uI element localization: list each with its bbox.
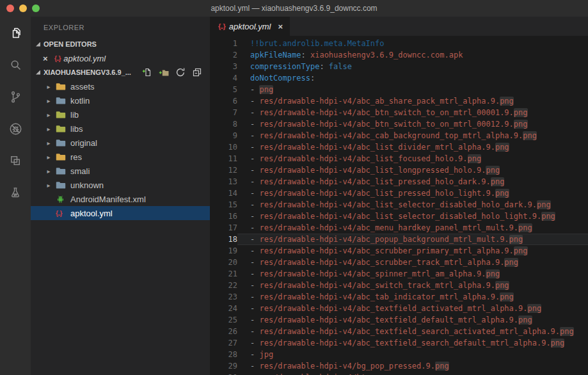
open-editors-header[interactable]: OPEN EDITORS: [31, 37, 210, 51]
activity-item-search[interactable]: [0, 49, 31, 81]
code-line-content[interactable]: - res/drawable-hdpi-v4/abc_switch_track_…: [237, 280, 588, 291]
code-line[interactable]: 24- res/drawable-hdpi-v4/abc_textfield_a…: [210, 303, 588, 314]
line-number: 24: [210, 303, 237, 314]
tree-item-res[interactable]: ▸res: [31, 150, 210, 164]
code-line[interactable]: 15- res/drawable-hdpi-v4/abc_list_select…: [210, 199, 588, 211]
tree-item-lib[interactable]: ▸lib: [31, 108, 210, 122]
code-line[interactable]: 11- res/drawable-hdpi-v4/abc_list_focuse…: [210, 153, 588, 164]
tree-item-original[interactable]: ▸original: [31, 136, 210, 150]
line-number: 26: [210, 326, 237, 337]
code-line-content[interactable]: - res/drawable-hdpi-v4/abc_spinner_mtrl_…: [237, 268, 588, 280]
line-number: 23: [210, 291, 237, 303]
tree-item-kotlin[interactable]: ▸kotlin: [31, 93, 210, 108]
code-line-content[interactable]: - res/drawable-hdpi-v4/abc_tab_indicator…: [237, 291, 588, 303]
activity-item-test[interactable]: [0, 177, 31, 209]
code-line-content[interactable]: doNotCompress:: [237, 72, 588, 84]
open-editor-item-apktool-yml[interactable]: × {..} apktool.yml: [31, 51, 210, 65]
code-line[interactable]: 29- res/drawable-hdpi-v4/bg_pop_pressed.…: [210, 360, 588, 372]
project-section-header[interactable]: XIAOHUASHENGV3.6.9_...: [31, 65, 210, 79]
activity-item-source-control[interactable]: [0, 81, 31, 113]
code-line-content[interactable]: - res/drawable-hdpi-v4/btn_...: [237, 372, 588, 375]
code-line[interactable]: 2apkFileName: xiaohuashengv3.6.9_downcc.…: [210, 49, 588, 61]
code-line-content[interactable]: - res/drawable-hdpi-v4/abc_list_focused_…: [237, 153, 588, 164]
line-number: 20: [210, 257, 237, 268]
minimize-window-button[interactable]: [19, 4, 27, 12]
code-line-content[interactable]: - res/drawable-hdpi-v4/abc_list_pressed_…: [237, 176, 588, 188]
new-folder-button[interactable]: [159, 67, 169, 77]
code-line-content[interactable]: - jpg: [237, 349, 588, 360]
code-line[interactable]: 20- res/drawable-hdpi-v4/abc_scrubber_tr…: [210, 257, 588, 268]
code-line-content[interactable]: - res/drawable-hdpi-v4/abc_popup_backgro…: [237, 234, 588, 245]
code-line-content[interactable]: - res/drawable-hdpi-v4/abc_textfield_act…: [237, 303, 588, 314]
code-line[interactable]: 17- res/drawable-hdpi-v4/abc_menu_hardke…: [210, 222, 588, 234]
code-line-content[interactable]: - res/drawable-hdpi-v4/abc_textfield_sea…: [237, 337, 588, 349]
close-window-button[interactable]: [6, 4, 14, 12]
code-line[interactable]: 19- res/drawable-hdpi-v4/abc_scrubber_pr…: [210, 245, 588, 257]
tree-item-androidmanifest-xml[interactable]: AndroidManifest.xml: [31, 192, 210, 206]
code-line-content[interactable]: - res/drawable-hdpi-v4/abc_btn_switch_to…: [237, 118, 588, 130]
code-line[interactable]: 18- res/drawable-hdpi-v4/abc_popup_backg…: [210, 234, 588, 245]
new-file-button[interactable]: [142, 67, 152, 77]
code-line-content[interactable]: - res/drawable-hdpi-v4/bg_pop_pressed.9.…: [237, 360, 588, 372]
tree-item-smali[interactable]: ▸smali: [31, 164, 210, 178]
code-line-content[interactable]: - res/drawable-hdpi-v4/abc_menu_hardkey_…: [237, 222, 588, 234]
code-line[interactable]: 12- res/drawable-hdpi-v4/abc_list_longpr…: [210, 164, 588, 176]
tab-apktool-yml[interactable]: {..} apktool.yml ×: [210, 17, 290, 36]
code-line-content[interactable]: - res/drawable-hdpi-v4/abc_list_pressed_…: [237, 188, 588, 199]
line-number: 30: [210, 372, 237, 375]
code-line-content[interactable]: - res/drawable-hdpi-v4/abc_cab_backgroun…: [237, 130, 588, 141]
code-line[interactable]: 22- res/drawable-hdpi-v4/abc_switch_trac…: [210, 280, 588, 291]
code-line[interactable]: 23- res/drawable-hdpi-v4/abc_tab_indicat…: [210, 291, 588, 303]
code-line[interactable]: 9- res/drawable-hdpi-v4/abc_cab_backgrou…: [210, 130, 588, 141]
code-line[interactable]: 1!!brut.androlib.meta.MetaInfo: [210, 38, 588, 49]
code-line[interactable]: 7- res/drawable-hdpi-v4/abc_btn_switch_t…: [210, 107, 588, 118]
zoom-window-button[interactable]: [32, 4, 40, 12]
refresh-button[interactable]: [175, 67, 186, 77]
code-line[interactable]: 26- res/drawable-hdpi-v4/abc_textfield_s…: [210, 326, 588, 337]
tree-item-apktool-yml[interactable]: {..}apktool.yml: [31, 206, 210, 220]
code-line-content[interactable]: - res/drawable-hdpi-v4/abc_ab_share_pack…: [237, 95, 588, 107]
code-line[interactable]: 6- res/drawable-hdpi-v4/abc_ab_share_pac…: [210, 95, 588, 107]
code-line-content[interactable]: - res/drawable-hdpi-v4/abc_scrubber_prim…: [237, 245, 588, 257]
code-line[interactable]: 13- res/drawable-hdpi-v4/abc_list_presse…: [210, 176, 588, 188]
chevron-right-icon: ▸: [45, 111, 52, 118]
tree-item-libs[interactable]: ▸libs: [31, 122, 210, 136]
open-editor-label: apktool.yml: [63, 54, 106, 63]
activity-item-debug[interactable]: [0, 113, 31, 145]
code-line-content[interactable]: - res/drawable-hdpi-v4/abc_textfield_sea…: [237, 326, 588, 337]
code-line[interactable]: 16- res/drawable-hdpi-v4/abc_list_select…: [210, 211, 588, 222]
code-line-content[interactable]: - res/drawable-hdpi-v4/abc_scrubber_trac…: [237, 257, 588, 268]
code-line[interactable]: 25- res/drawable-hdpi-v4/abc_textfield_d…: [210, 314, 588, 326]
code-line-content[interactable]: - res/drawable-hdpi-v4/abc_list_divider_…: [237, 141, 588, 153]
code-line[interactable]: 27- res/drawable-hdpi-v4/abc_textfield_s…: [210, 337, 588, 349]
code-line[interactable]: 3compressionType: false: [210, 61, 588, 72]
code-line[interactable]: 5- png: [210, 84, 588, 95]
close-icon[interactable]: ×: [43, 54, 51, 63]
code-line[interactable]: 30- res/drawable-hdpi-v4/btn_...: [210, 372, 588, 375]
code-line[interactable]: 8- res/drawable-hdpi-v4/abc_btn_switch_t…: [210, 118, 588, 130]
code-line[interactable]: 10- res/drawable-hdpi-v4/abc_list_divide…: [210, 141, 588, 153]
code-line[interactable]: 4doNotCompress:: [210, 72, 588, 84]
code-line-content[interactable]: - res/drawable-hdpi-v4/abc_btn_switch_to…: [237, 107, 588, 118]
line-number: 7: [210, 107, 237, 118]
code-line[interactable]: 21- res/drawable-hdpi-v4/abc_spinner_mtr…: [210, 268, 588, 280]
tree-item-assets[interactable]: ▸assets: [31, 79, 210, 93]
debug-disabled-icon: [8, 122, 23, 136]
code-line-content[interactable]: compressionType: false: [237, 61, 588, 72]
chevron-right-icon: ▸: [45, 140, 52, 147]
code-line-content[interactable]: - res/drawable-hdpi-v4/abc_list_selector…: [237, 199, 588, 211]
code-line[interactable]: 28- jpg: [210, 349, 588, 360]
code-line-content[interactable]: - res/drawable-hdpi-v4/abc_list_selector…: [237, 211, 588, 222]
code-editor[interactable]: 1!!brut.androlib.meta.MetaInfo2apkFileNa…: [210, 36, 588, 375]
code-line-content[interactable]: !!brut.androlib.meta.MetaInfo: [237, 38, 588, 49]
activity-item-extensions[interactable]: [0, 145, 31, 177]
close-icon[interactable]: ×: [278, 22, 283, 31]
collapse-all-button[interactable]: [192, 67, 202, 77]
code-line-content[interactable]: - res/drawable-hdpi-v4/abc_list_longpres…: [237, 164, 588, 176]
code-line-content[interactable]: - png: [237, 84, 588, 95]
activity-item-explorer[interactable]: [0, 17, 31, 49]
tree-item-unknown[interactable]: ▸unknown: [31, 178, 210, 192]
code-line[interactable]: 14- res/drawable-hdpi-v4/abc_list_presse…: [210, 188, 588, 199]
code-line-content[interactable]: - res/drawable-hdpi-v4/abc_textfield_def…: [237, 314, 588, 326]
code-line-content[interactable]: apkFileName: xiaohuashengv3.6.9_downcc.c…: [237, 49, 588, 61]
